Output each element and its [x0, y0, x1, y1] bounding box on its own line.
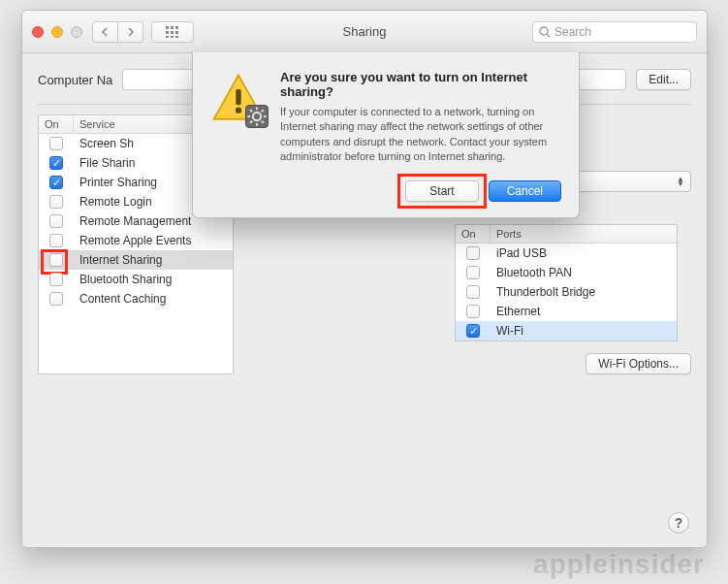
service-label: Remote Apple Events	[74, 234, 233, 247]
service-label: Internet Sharing	[74, 253, 233, 267]
port-checkbox[interactable]	[466, 305, 480, 318]
chevron-right-icon	[126, 27, 135, 37]
start-button[interactable]: Start	[405, 180, 478, 202]
service-checkbox[interactable]	[49, 137, 63, 150]
help-button[interactable]: ?	[668, 512, 689, 534]
svg-rect-1	[171, 26, 174, 29]
service-checkbox[interactable]	[49, 253, 63, 267]
search-icon	[539, 26, 551, 38]
svg-rect-7	[171, 36, 174, 38]
port-label: Thunderbolt Bridge	[491, 285, 677, 299]
svg-rect-0	[166, 26, 169, 29]
svg-point-9	[540, 27, 548, 35]
back-button[interactable]	[92, 21, 118, 43]
service-checkbox[interactable]	[49, 234, 63, 247]
chevron-left-icon	[101, 27, 110, 37]
wifi-options-button[interactable]: Wi-Fi Options...	[586, 353, 691, 374]
service-label: Bluetooth Sharing	[74, 273, 233, 286]
dialog-body: If your computer is connected to a netwo…	[280, 105, 561, 165]
service-checkbox[interactable]	[49, 156, 63, 170]
svg-line-18	[250, 110, 252, 112]
services-col-on: On	[39, 115, 74, 133]
port-checkbox[interactable]	[466, 285, 480, 299]
dialog-title: Are you sure you want to turn on Interne…	[280, 70, 561, 99]
table-row[interactable]: Content Caching	[39, 289, 233, 308]
preferences-window: Sharing Search Computer Na Edit... On Se…	[21, 10, 708, 548]
port-label: Ethernet	[491, 305, 677, 318]
table-row[interactable]: Bluetooth PAN	[456, 263, 677, 282]
port-checkbox[interactable]	[466, 266, 480, 279]
gear-icon	[245, 105, 269, 128]
svg-rect-11	[236, 89, 240, 105]
table-row[interactable]: Internet Sharing	[39, 250, 233, 270]
titlebar: Sharing Search	[22, 11, 707, 53]
port-checkbox[interactable]	[466, 324, 480, 338]
service-checkbox[interactable]	[49, 273, 63, 286]
service-checkbox[interactable]	[49, 292, 63, 306]
svg-rect-3	[166, 31, 169, 34]
service-checkbox[interactable]	[49, 214, 63, 228]
confirm-dialog: Are you sure you want to turn on Interne…	[192, 52, 580, 218]
table-row[interactable]: Wi-Fi	[456, 321, 677, 341]
svg-line-21	[262, 110, 264, 112]
table-row[interactable]: Remote Apple Events	[39, 231, 233, 250]
edit-button[interactable]: Edit...	[636, 69, 691, 90]
ports-col-ports: Ports	[491, 225, 677, 243]
svg-line-19	[262, 121, 264, 123]
table-row[interactable]: Bluetooth Sharing	[39, 270, 233, 289]
port-label: Bluetooth PAN	[491, 266, 677, 279]
ports-header: On Ports	[456, 225, 677, 243]
search-placeholder: Search	[554, 25, 591, 39]
window-controls	[32, 26, 82, 38]
dialog-buttons: Start Cancel	[210, 180, 561, 202]
svg-point-12	[236, 108, 241, 114]
svg-line-10	[547, 34, 550, 37]
ports-table: On Ports iPad USB Bluetooth PAN Thunderb…	[455, 224, 678, 341]
port-label: Wi-Fi	[491, 324, 677, 338]
service-checkbox[interactable]	[49, 195, 63, 209]
svg-point-13	[253, 113, 261, 120]
table-row[interactable]: Ethernet	[456, 302, 677, 321]
svg-rect-5	[175, 31, 178, 34]
watermark: appleinsider	[533, 549, 705, 580]
service-checkbox[interactable]	[49, 176, 63, 189]
port-checkbox[interactable]	[466, 246, 480, 260]
table-row[interactable]: iPad USB	[456, 243, 677, 263]
show-all-button[interactable]	[151, 21, 194, 43]
grid-icon	[166, 26, 179, 38]
close-window-icon[interactable]	[32, 26, 44, 38]
nav-buttons	[92, 21, 194, 43]
svg-rect-2	[175, 26, 178, 29]
forward-button[interactable]	[118, 21, 143, 43]
table-row[interactable]: Thunderbolt Bridge	[456, 282, 677, 302]
warning-icon	[210, 70, 267, 126]
svg-rect-6	[166, 36, 169, 38]
help-icon: ?	[675, 515, 683, 531]
svg-rect-4	[171, 31, 174, 34]
computer-name-label: Computer Na	[38, 73, 112, 87]
zoom-window-icon[interactable]	[71, 26, 82, 38]
svg-line-20	[250, 121, 252, 123]
svg-rect-8	[175, 36, 178, 38]
service-label: Content Caching	[74, 292, 233, 306]
port-label: iPad USB	[491, 246, 677, 260]
ports-col-on: On	[456, 225, 491, 243]
minimize-window-icon[interactable]	[51, 26, 63, 38]
select-arrows-icon: ▲▼	[677, 177, 684, 186]
search-input[interactable]: Search	[532, 21, 697, 43]
cancel-button[interactable]: Cancel	[489, 180, 561, 202]
